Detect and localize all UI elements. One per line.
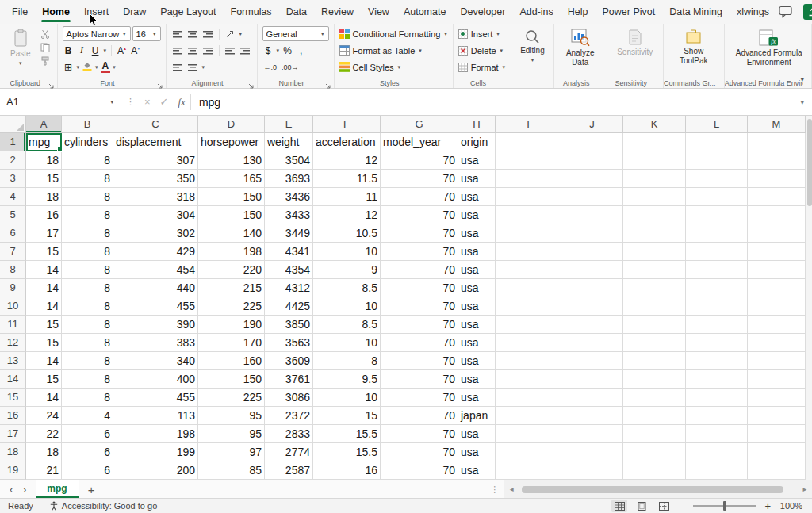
align-top-button[interactable] [171, 27, 185, 40]
column-header-F[interactable]: F [313, 116, 381, 133]
cell-D7[interactable]: 198 [198, 243, 265, 261]
orientation-dropdown-icon[interactable]: ▾ [239, 31, 243, 36]
cell-E8[interactable]: 4354 [265, 261, 313, 279]
column-header-L[interactable]: L [686, 116, 748, 133]
cell-K13[interactable] [623, 352, 686, 370]
percent-style-button[interactable]: % [282, 45, 293, 56]
underline-dropdown-icon[interactable]: ▾ [103, 48, 108, 53]
cell-M11[interactable] [748, 316, 806, 334]
sensitivity-button[interactable]: Sensitivity [612, 26, 658, 57]
cell-A15[interactable]: 14 [26, 389, 62, 407]
insert-cells-button[interactable]: Insert ▾ [458, 26, 506, 41]
cell-B16[interactable]: 4 [62, 407, 113, 425]
cell-I16[interactable] [496, 407, 561, 425]
insert-function-button[interactable]: fx [174, 96, 190, 109]
cell-I18[interactable] [496, 443, 561, 461]
cell-G9[interactable]: 70 [381, 279, 458, 297]
cell-B18[interactable]: 6 [62, 443, 113, 461]
cell-J11[interactable] [561, 316, 623, 334]
cancel-button[interactable]: × [140, 96, 155, 108]
cell-K2[interactable] [623, 151, 686, 170]
cell-styles-dropdown-icon[interactable]: ▾ [397, 64, 402, 70]
cell-A12[interactable]: 15 [26, 334, 62, 352]
cell-B2[interactable]: 8 [62, 151, 113, 170]
menu-tab-data-mining[interactable]: Data Mining [662, 0, 730, 24]
cell-C5[interactable]: 304 [113, 206, 198, 224]
delete-cells-button[interactable]: Delete ▾ [458, 43, 506, 58]
sheet-nav-next[interactable]: › [18, 480, 32, 498]
cell-J16[interactable] [561, 407, 623, 425]
cell-G18[interactable]: 70 [381, 443, 458, 461]
name-box[interactable]: A1 ▾ [0, 89, 121, 115]
column-header-M[interactable]: M [748, 116, 806, 133]
cell-J4[interactable] [561, 188, 623, 206]
cell-F12[interactable]: 10 [313, 334, 381, 352]
cell-B9[interactable]: 8 [62, 279, 113, 297]
cell-E9[interactable]: 4312 [265, 279, 313, 297]
increase-font-size-button[interactable]: A▴ [116, 45, 128, 56]
cell-C19[interactable]: 200 [113, 461, 198, 480]
cell-F8[interactable]: 9 [313, 261, 381, 279]
vertical-scrollbar-thumb[interactable] [807, 119, 812, 206]
column-header-G[interactable]: G [381, 116, 458, 133]
cell-H11[interactable]: usa [458, 316, 496, 334]
menu-tab-power-pivot[interactable]: Power Pivot [596, 0, 663, 24]
cell-E6[interactable]: 3449 [265, 224, 313, 243]
cell-I17[interactable] [496, 425, 561, 443]
increase-decimal-button[interactable]: ←.0 [262, 63, 279, 71]
cell-D18[interactable]: 97 [198, 443, 265, 461]
cell-C13[interactable]: 340 [113, 352, 198, 370]
cell-F15[interactable]: 10 [313, 389, 381, 407]
cell-A18[interactable]: 18 [26, 443, 62, 461]
cell-M7[interactable] [748, 243, 806, 261]
cell-D9[interactable]: 215 [198, 279, 265, 297]
cell-K7[interactable] [623, 243, 686, 261]
sheet-tab-mpg[interactable]: mpg [36, 480, 78, 498]
cell-A5[interactable]: 16 [26, 206, 62, 224]
cell-J13[interactable] [561, 352, 623, 370]
cell-D6[interactable]: 140 [198, 224, 265, 243]
row-header-17[interactable]: 17 [0, 425, 26, 443]
cell-L4[interactable] [686, 188, 748, 206]
cell-J5[interactable] [561, 206, 623, 224]
zoom-slider[interactable] [693, 500, 756, 511]
cell-F6[interactable]: 10.5 [313, 224, 381, 243]
zoom-in-button[interactable]: + [763, 500, 772, 512]
cell-H7[interactable]: usa [458, 243, 496, 261]
cell-I7[interactable] [496, 243, 561, 261]
editing-button[interactable]: Editing ▾ [516, 26, 549, 63]
cell-B8[interactable]: 8 [62, 261, 113, 279]
cell-G5[interactable]: 70 [381, 206, 458, 224]
menu-tab-insert[interactable]: Insert [77, 0, 116, 24]
cell-J7[interactable] [561, 243, 623, 261]
cell-H17[interactable]: usa [458, 425, 496, 443]
cell-B1[interactable]: cylinders [62, 133, 113, 151]
row-header-19[interactable]: 19 [0, 461, 26, 480]
menu-tab-help[interactable]: Help [561, 0, 596, 24]
menu-tab-data[interactable]: Data [279, 0, 314, 24]
cell-L17[interactable] [686, 425, 748, 443]
cell-H4[interactable]: usa [458, 188, 496, 206]
paste-dropdown-icon[interactable]: ▾ [18, 60, 23, 66]
cell-G8[interactable]: 70 [381, 261, 458, 279]
share-button[interactable] [803, 4, 812, 20]
cell-C18[interactable]: 199 [113, 443, 198, 461]
cell-H6[interactable]: usa [458, 224, 496, 243]
cell-J9[interactable] [561, 279, 623, 297]
cell-C1[interactable]: displacement [113, 133, 198, 151]
cell-G12[interactable]: 70 [381, 334, 458, 352]
menu-tab-review[interactable]: Review [314, 0, 361, 24]
cell-L10[interactable] [686, 297, 748, 316]
cell-H14[interactable]: usa [458, 370, 496, 389]
row-header-12[interactable]: 12 [0, 334, 26, 352]
cell-G7[interactable]: 70 [381, 243, 458, 261]
cell-A10[interactable]: 14 [26, 297, 62, 316]
zoom-level[interactable]: 100% [779, 501, 802, 511]
cell-L13[interactable] [686, 352, 748, 370]
menu-tab-draw[interactable]: Draw [116, 0, 153, 24]
cell-E12[interactable]: 3563 [265, 334, 313, 352]
cell-H12[interactable]: usa [458, 334, 496, 352]
cell-M1[interactable] [748, 133, 806, 151]
cell-A9[interactable]: 14 [26, 279, 62, 297]
cell-I8[interactable] [496, 261, 561, 279]
